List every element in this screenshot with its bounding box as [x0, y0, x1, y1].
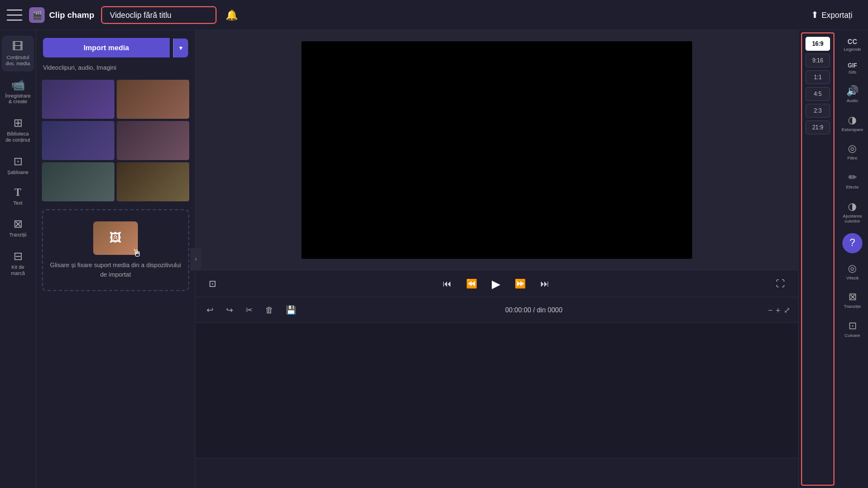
color-adjust-tool[interactable]: ◑ Ajustarea culorilor [837, 196, 867, 229]
transition-tool-label: Tranziție [844, 304, 861, 310]
media-thumb-5[interactable] [42, 162, 114, 201]
help-button[interactable]: ? [842, 233, 862, 253]
media-drop-zone[interactable]: 🖼 🖱 Glisare și fixare suport media din a… [42, 209, 189, 291]
gifs-tool[interactable]: GIF Gifs [837, 58, 867, 80]
sidebar-item-library[interactable]: ⊞ Biblioteca de conținut [2, 112, 34, 148]
audio-tool-icon: 🔊 [846, 85, 859, 97]
save-button[interactable]: 💾 [282, 303, 300, 317]
sidebar-item-templates-label: Șabloane [7, 170, 28, 176]
media-drop-thumb: 🖼 🖱 [93, 221, 138, 255]
play-button[interactable]: ▶ [490, 275, 502, 293]
import-media-button[interactable]: Import media [43, 38, 170, 57]
app-logo: 🎬 Clip champ [29, 7, 94, 23]
filters-tool-label: Filtre [847, 156, 857, 161]
video-preview [195, 30, 798, 270]
timeline-zoom: − + ⤢ [768, 306, 790, 315]
import-media-dropdown-button[interactable]: ▾ [173, 38, 188, 57]
cutouts-tool-label: Culoare [845, 333, 860, 339]
zoom-out-button[interactable]: − [768, 306, 773, 315]
menu-button[interactable] [7, 9, 22, 21]
aspect-21-9-button[interactable]: 21:9 [805, 120, 830, 134]
aspect-ratio-panel: 16:9 9:16 1:1 4:5 2:3 21:9 [801, 32, 835, 486]
transition-tool[interactable]: ⊠ Tranziție [837, 286, 867, 314]
main-area: 🎞 Conținutul dvs. media 📹 Înregistrare &… [0, 30, 868, 488]
project-title-input[interactable] [101, 6, 217, 24]
sidebar-item-record[interactable]: 📹 Înregistrare & create [2, 74, 34, 110]
right-panel: 16:9 9:16 1:1 4:5 2:3 21:9 CC Legende GI… [798, 30, 868, 488]
sidebar-item-brand[interactable]: ⊟ Kit de marcă [2, 245, 34, 281]
zoom-in-button[interactable]: + [776, 306, 780, 315]
aspect-2-3-button[interactable]: 2:3 [805, 104, 830, 118]
audio-tool[interactable]: 🔊 Audio [837, 80, 867, 108]
media-tabs: Videoclipuri, audio, Imagini [36, 62, 195, 75]
timeline-bar: ↩ ↪ ✂ 🗑 💾 00:00:00 / din 0000 − + ⤢ [195, 297, 798, 322]
blur-tool-label: Estompare [842, 127, 864, 133]
notifications-icon[interactable]: 🔔 [226, 9, 238, 21]
video-canvas [301, 41, 692, 259]
playback-controls: ⊡ ⏮ ⏪ ▶ ⏩ ⏭ ⛶ [195, 270, 798, 297]
rewind-button[interactable]: ⏪ [464, 276, 479, 291]
right-tools-column: CC Legende GIF Gifs 🔊 Audio ◑ Estompare … [837, 30, 868, 488]
time-separator: / din [533, 306, 548, 314]
effects-tool-icon: ✏ [848, 171, 857, 183]
captions-tool[interactable]: CC Legende [837, 33, 867, 57]
speed-tool[interactable]: ◎ Viteză [837, 258, 867, 286]
sidebar-item-templates[interactable]: ⊡ Șabloane [2, 150, 34, 180]
cursor-hand-icon: 🖱 [132, 248, 142, 259]
media-tabs-label: Videoclipuri, audio, Imagini [43, 64, 116, 71]
gifs-tool-label: Gifs [848, 70, 856, 75]
timeline-tracks[interactable] [195, 322, 798, 458]
cut-button[interactable]: ✂ [242, 303, 256, 317]
filters-tool[interactable]: ◎ Filtre [837, 138, 867, 166]
effects-tool[interactable]: ✏ Efecte [837, 167, 867, 195]
export-label: Exportați [822, 11, 852, 20]
gifs-tool-icon: GIF [848, 62, 857, 69]
redo-button[interactable]: ↪ [223, 303, 237, 317]
library-icon: ⊞ [13, 116, 23, 129]
undo-button[interactable]: ↩ [203, 303, 217, 317]
speed-tool-icon: ◎ [848, 262, 857, 274]
brand-icon: ⊟ [13, 249, 23, 263]
sidebar-item-transitions[interactable]: ⊠ Tranziții [2, 212, 34, 243]
record-icon: 📹 [11, 78, 25, 91]
speed-tool-label: Viteză [846, 276, 859, 281]
time-total: 0000 [548, 306, 563, 314]
sidebar-item-brand-label: Kit de marcă [4, 264, 32, 277]
skip-forward-button[interactable]: ⏭ [538, 277, 552, 291]
skip-back-button[interactable]: ⏮ [440, 277, 454, 291]
captions-tool-label: Legende [843, 47, 861, 52]
media-thumb-6[interactable] [117, 162, 189, 201]
fullscreen-button[interactable]: ⛶ [774, 277, 787, 291]
sidebar-item-media-label: Conținutul dvs. media [4, 55, 32, 67]
timeline-time: 00:00:00 / din 0000 [305, 306, 763, 314]
sidebar-item-transitions-label: Tranziții [9, 232, 26, 238]
media-thumb-3[interactable] [42, 121, 114, 160]
sidebar-item-library-label: Biblioteca de conținut [4, 131, 32, 143]
aspect-1-1-button[interactable]: 1:1 [805, 70, 830, 84]
sidebar-item-media[interactable]: 🎞 Conținutul dvs. media [2, 36, 34, 71]
aspect-9-16-button[interactable]: 9:16 [805, 54, 830, 67]
sidebar-item-text[interactable]: T Text [2, 182, 34, 211]
aspect-16-9-button[interactable]: 16:9 [805, 37, 830, 51]
audio-tool-label: Audio [847, 98, 858, 104]
export-button[interactable]: ⬆ Exportați [802, 5, 861, 25]
blur-tool[interactable]: ◑ Estompare [837, 109, 867, 137]
media-thumb-4[interactable] [117, 121, 189, 160]
aspect-4-5-button[interactable]: 4:5 [805, 87, 830, 101]
media-panel-header: Import media ▾ [36, 30, 195, 62]
center-area: ⊡ ⏮ ⏪ ▶ ⏩ ⏭ ⛶ ↩ ↪ ✂ 🗑 💾 00:00:00 / din 0… [195, 30, 798, 488]
media-thumb-2[interactable] [117, 80, 189, 119]
cutouts-tool[interactable]: ⊡ Culoare [837, 315, 867, 343]
fast-forward-button[interactable]: ⏩ [512, 276, 528, 291]
panel-collapse-button[interactable]: ‹ [190, 248, 202, 270]
app-name: Clip champ [49, 10, 94, 20]
expand-timeline-button[interactable]: ⤢ [784, 306, 790, 315]
media-thumb-1[interactable] [42, 80, 114, 119]
delete-button[interactable]: 🗑 [262, 303, 277, 317]
color-adjust-label: Ajustarea culorilor [840, 214, 865, 224]
left-sidebar: 🎞 Conținutul dvs. media 📹 Înregistrare &… [0, 30, 36, 488]
templates-icon: ⊡ [13, 154, 23, 168]
captions-control-button[interactable]: ⊡ [207, 276, 218, 291]
filters-tool-icon: ◎ [848, 142, 857, 154]
captions-tool-icon: CC [847, 38, 857, 46]
